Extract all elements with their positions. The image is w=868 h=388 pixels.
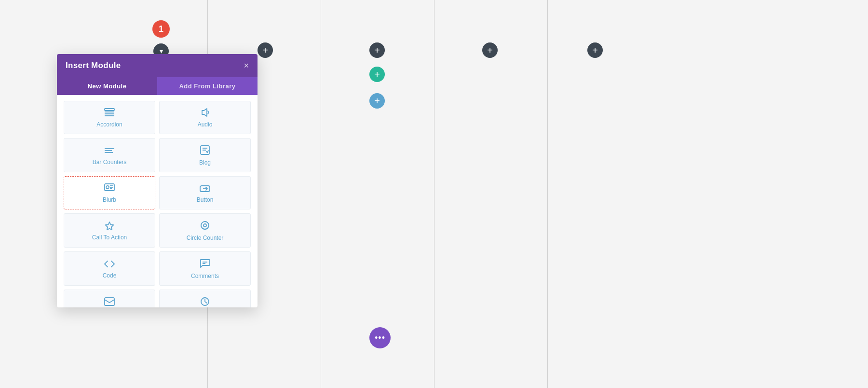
add-column-button-4[interactable]: + <box>587 42 603 58</box>
add-row-button-blue[interactable]: + <box>369 93 385 109</box>
module-item-blurb[interactable]: Blurb <box>64 176 155 209</box>
bar-counters-label: Bar Counters <box>93 159 127 166</box>
svg-rect-0 <box>105 109 114 111</box>
module-item-call-to-action[interactable]: Call To Action <box>64 213 155 248</box>
more-options-button[interactable]: ••• <box>369 327 391 348</box>
tab-add-from-library[interactable]: Add From Library <box>157 77 258 95</box>
module-item-comments[interactable]: Comments <box>159 251 251 286</box>
module-item-accordion[interactable]: Accordion <box>64 101 155 134</box>
add-section-button-teal[interactable]: + <box>369 67 385 82</box>
blurb-label: Blurb <box>103 196 116 203</box>
call-to-action-icon <box>104 221 115 231</box>
svg-point-20 <box>203 224 206 227</box>
code-label: Code <box>103 272 117 279</box>
svg-rect-23 <box>105 298 114 305</box>
blog-icon <box>200 145 210 156</box>
audio-label: Audio <box>198 121 213 128</box>
blurb-icon <box>104 183 115 194</box>
module-item-countdown[interactable]: Countdown Timer <box>159 290 251 307</box>
modal-tabs: New Module Add From Library <box>57 77 258 95</box>
contact-form-icon <box>104 297 115 307</box>
tab-new-module[interactable]: New Module <box>57 77 157 95</box>
module-item-circle-counter[interactable]: Circle Counter <box>159 213 251 248</box>
comments-label: Comments <box>191 273 219 279</box>
code-icon <box>104 260 115 269</box>
insert-module-modal: Insert Module × New Module Add From Libr… <box>57 54 258 307</box>
call-to-action-label: Call To Action <box>92 234 127 241</box>
module-item-bar-counters[interactable]: Bar Counters <box>64 138 155 172</box>
add-column-button-3[interactable]: + <box>482 42 498 58</box>
button-icon <box>200 184 210 194</box>
module-item-button[interactable]: Button <box>159 176 251 209</box>
step-badge: 1 <box>152 20 170 38</box>
countdown-icon <box>200 297 210 307</box>
svg-marker-4 <box>202 109 207 116</box>
divider-line-4 <box>547 0 548 388</box>
svg-point-12 <box>106 186 109 189</box>
svg-marker-18 <box>106 222 114 230</box>
divider-line-2 <box>321 0 321 388</box>
modal-header: Insert Module × <box>57 54 258 77</box>
circle-counter-icon <box>200 221 210 232</box>
button-label: Button <box>197 196 214 203</box>
add-column-button-1[interactable]: + <box>258 42 273 58</box>
module-item-code[interactable]: Code <box>64 251 155 286</box>
divider-line-3 <box>434 0 434 388</box>
modal-title: Insert Module <box>66 61 121 70</box>
bar-counters-icon <box>104 146 115 156</box>
accordion-icon <box>104 108 115 118</box>
modal-close-button[interactable]: × <box>244 61 249 70</box>
blog-label: Blog <box>199 159 211 166</box>
module-item-contact-form[interactable]: Contact Form <box>64 290 155 307</box>
module-item-blog[interactable]: Blog <box>159 138 251 172</box>
comments-icon <box>200 259 210 270</box>
module-item-audio[interactable]: Audio <box>159 101 251 134</box>
accordion-label: Accordion <box>96 121 122 128</box>
audio-icon <box>200 108 210 118</box>
circle-counter-label: Circle Counter <box>187 235 224 241</box>
module-grid: Accordion Audio Bar Counters <box>57 95 258 307</box>
add-column-button-2[interactable]: + <box>369 42 385 58</box>
